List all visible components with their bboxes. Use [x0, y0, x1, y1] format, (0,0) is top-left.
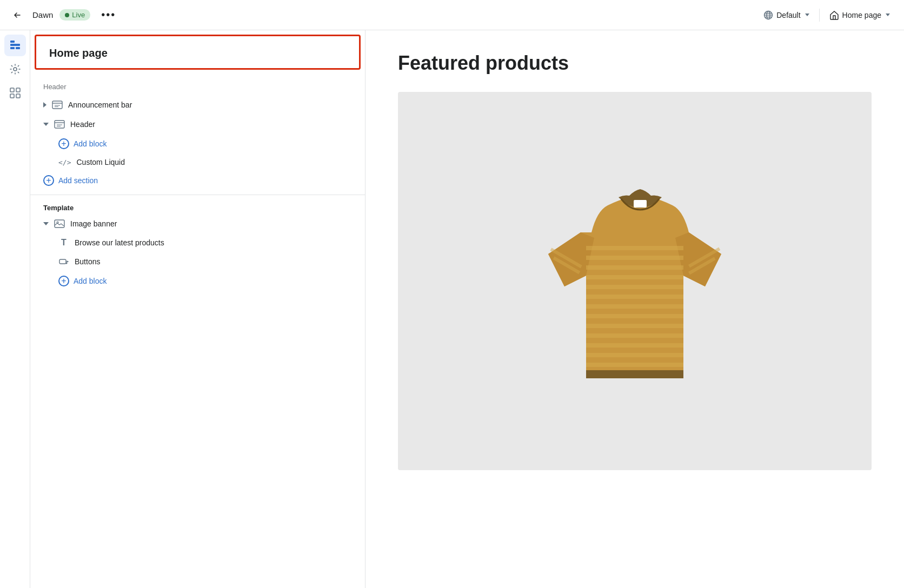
- gear-icon: [9, 63, 21, 75]
- template-group-label: Template: [43, 204, 74, 212]
- browse-latest-label: Browse our latest products: [75, 238, 164, 247]
- add-section-plus-icon: +: [43, 175, 54, 186]
- chevron-down-icon: [43, 123, 49, 126]
- svg-rect-30: [586, 304, 683, 309]
- svg-rect-32: [586, 324, 683, 328]
- add-block-label: Add block: [74, 139, 107, 148]
- svg-point-21: [57, 222, 58, 223]
- add-section-button[interactable]: + Add section: [30, 171, 365, 190]
- sidebar-item-settings[interactable]: [4, 58, 26, 80]
- image-banner-label: Image banner: [70, 219, 117, 228]
- svg-rect-26: [586, 265, 683, 270]
- default-chevron: [805, 14, 809, 16]
- announce-bar-icon: [52, 99, 63, 110]
- svg-rect-16: [55, 121, 64, 128]
- plus-circle-icon-2: +: [58, 276, 69, 286]
- svg-rect-3: [10, 41, 15, 43]
- svg-rect-36: [586, 363, 683, 367]
- featured-title: Featured products: [398, 52, 872, 75]
- svg-rect-8: [10, 88, 14, 92]
- plus-circle-icon: +: [58, 138, 69, 149]
- svg-rect-31: [586, 314, 683, 318]
- apps-icon: [9, 87, 21, 99]
- add-block-button[interactable]: + Add block: [30, 134, 365, 153]
- svg-rect-27: [586, 275, 683, 279]
- svg-point-23: [66, 263, 68, 264]
- svg-rect-41: [634, 200, 647, 208]
- header-label: Header: [70, 120, 95, 129]
- svg-rect-10: [10, 94, 14, 98]
- header-item[interactable]: Header: [30, 115, 365, 134]
- topbar: Dawn Live ••• Default Home page: [0, 0, 904, 30]
- svg-point-7: [14, 68, 17, 71]
- chevron-right-icon: [43, 102, 46, 108]
- buttons-item[interactable]: Buttons: [30, 252, 365, 271]
- sidebar-item-apps[interactable]: [4, 82, 26, 104]
- add-block-button-2[interactable]: + Add block: [30, 271, 365, 291]
- liquid-icon: </>: [58, 158, 71, 166]
- svg-rect-35: [586, 353, 683, 357]
- announcement-bar-item[interactable]: Announcement bar: [30, 95, 365, 115]
- page-title: Home page: [49, 47, 346, 59]
- back-button[interactable]: [9, 6, 26, 24]
- text-icon: T: [58, 238, 69, 248]
- topbar-right: Default Home page: [758, 7, 895, 23]
- add-section-label: Add section: [58, 176, 98, 185]
- custom-liquid-label: Custom Liquid: [76, 158, 125, 166]
- svg-rect-24: [586, 246, 683, 250]
- live-dot: [65, 13, 69, 17]
- homepage-chevron: [886, 14, 890, 16]
- topbar-divider: [819, 9, 820, 22]
- product-card: [398, 92, 872, 470]
- homepage-selector[interactable]: Home page: [824, 7, 895, 23]
- svg-rect-28: [586, 285, 683, 289]
- tshirt-illustration: [532, 168, 737, 395]
- main-layout: Home page Header Announcement bar: [0, 30, 904, 588]
- section-header-group-label: Header: [30, 78, 365, 95]
- buttons-icon: [58, 256, 69, 267]
- custom-liquid-item[interactable]: </> Custom Liquid: [30, 153, 365, 171]
- topbar-left: Dawn Live •••: [9, 6, 752, 24]
- svg-rect-11: [16, 94, 20, 98]
- browse-latest-item[interactable]: T Browse our latest products: [30, 233, 365, 252]
- svg-rect-22: [59, 259, 66, 264]
- homepage-label: Home page: [842, 11, 881, 19]
- svg-rect-12: [52, 101, 62, 109]
- home-icon: [829, 10, 839, 20]
- template-group: Template: [30, 199, 365, 214]
- buttons-label: Buttons: [75, 257, 100, 266]
- header-group-label-text: Header: [43, 83, 67, 91]
- sections-icon: [9, 39, 21, 51]
- svg-rect-33: [586, 333, 683, 338]
- svg-rect-6: [16, 47, 20, 49]
- svg-rect-29: [586, 295, 683, 299]
- sections-list: Header Announcement bar: [30, 74, 365, 588]
- more-button[interactable]: •••: [97, 6, 120, 23]
- svg-rect-9: [16, 88, 20, 92]
- image-banner-item[interactable]: Image banner: [30, 214, 365, 233]
- svg-rect-5: [10, 47, 15, 49]
- default-selector[interactable]: Default: [758, 7, 814, 23]
- default-label: Default: [776, 11, 800, 19]
- left-panel: Home page Header Announcement bar: [30, 30, 365, 588]
- preview-area: Featured products: [365, 30, 904, 588]
- image-banner-icon: [54, 218, 65, 229]
- svg-rect-4: [10, 44, 20, 46]
- announcement-bar-label: Announcement bar: [68, 101, 132, 109]
- svg-rect-25: [586, 256, 683, 260]
- add-block-label-2: Add block: [74, 277, 107, 285]
- preview-content: Featured products: [365, 30, 904, 588]
- svg-rect-34: [586, 343, 683, 348]
- panel-divider: [30, 195, 365, 195]
- live-badge: Live: [59, 9, 90, 21]
- sidebar-icons: [0, 30, 30, 588]
- svg-rect-20: [55, 220, 64, 228]
- theme-name: Dawn: [32, 10, 53, 19]
- image-banner-chevron: [43, 222, 49, 225]
- home-page-header: Home page: [35, 35, 361, 70]
- sidebar-item-sections[interactable]: [4, 35, 26, 56]
- header-icon: [54, 119, 65, 130]
- globe-icon: [763, 10, 773, 20]
